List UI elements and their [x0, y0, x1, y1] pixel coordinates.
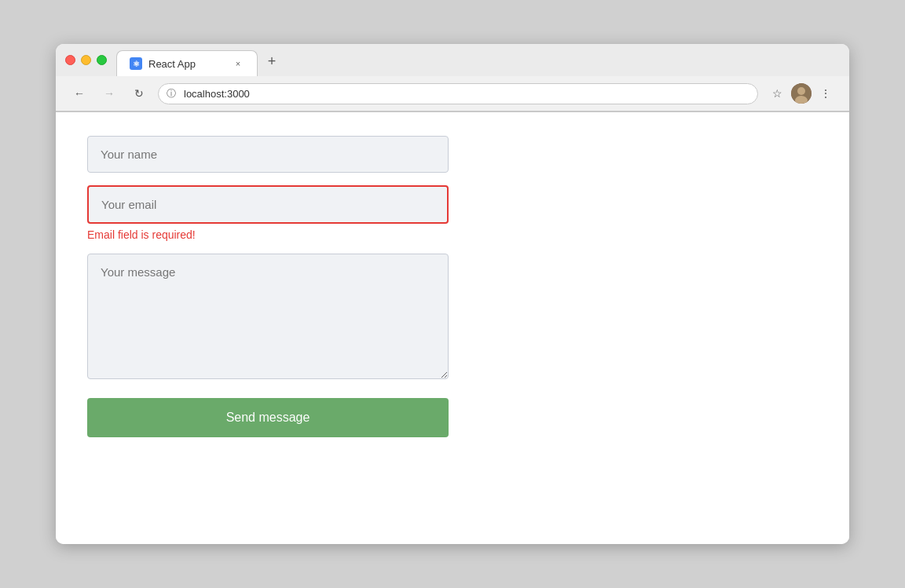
- menu-icon: ⋮: [820, 87, 831, 100]
- info-icon: ⓘ: [167, 87, 176, 100]
- forward-button[interactable]: →: [98, 82, 120, 104]
- page-content: Email field is required! Send message: [56, 112, 849, 544]
- close-window-button[interactable]: [65, 55, 75, 65]
- address-bar: ← → ↻ ⓘ localhost:3000 ☆: [56, 76, 849, 111]
- send-message-button[interactable]: Send message: [87, 398, 449, 437]
- avatar-image: [791, 83, 812, 104]
- minimize-window-button[interactable]: [81, 55, 91, 65]
- email-error-message: Email field is required!: [87, 228, 449, 241]
- bookmark-icon: ☆: [772, 87, 782, 100]
- tab-favicon-icon: ⚛: [130, 57, 142, 70]
- new-tab-button[interactable]: +: [261, 51, 283, 73]
- contact-form: Email field is required! Send message: [87, 136, 449, 437]
- traffic-lights: [62, 50, 116, 76]
- message-field-container: [87, 254, 449, 382]
- name-field-container: [87, 136, 449, 173]
- avatar[interactable]: [791, 83, 812, 104]
- active-tab[interactable]: ⚛ React App ×: [116, 50, 258, 76]
- back-button[interactable]: ←: [68, 82, 90, 104]
- menu-button[interactable]: ⋮: [815, 82, 837, 104]
- maximize-window-button[interactable]: [97, 55, 107, 65]
- email-input[interactable]: [87, 185, 449, 224]
- email-field-container: Email field is required!: [87, 185, 449, 241]
- browser-actions: ☆ ⋮: [766, 82, 837, 104]
- name-input[interactable]: [87, 136, 449, 173]
- close-tab-button[interactable]: ×: [232, 57, 244, 70]
- browser-window: ⚛ React App × + ← → ↻ ⓘ localhost:3000: [56, 44, 849, 544]
- bookmark-button[interactable]: ☆: [766, 82, 788, 104]
- title-bar: ⚛ React App × + ← → ↻ ⓘ localhost:3000: [56, 44, 849, 112]
- reload-button[interactable]: ↻: [128, 82, 150, 104]
- tab-title: React App: [148, 58, 225, 70]
- tabs-row: ⚛ React App × +: [56, 44, 849, 76]
- svg-point-1: [797, 87, 805, 95]
- url-bar[interactable]: ⓘ localhost:3000: [158, 83, 758, 104]
- url-text: localhost:3000: [184, 88, 250, 100]
- message-textarea[interactable]: [87, 254, 449, 379]
